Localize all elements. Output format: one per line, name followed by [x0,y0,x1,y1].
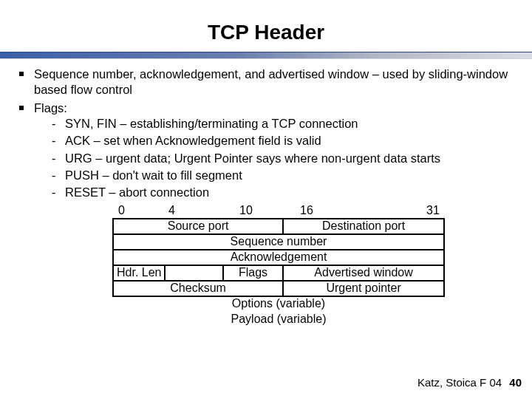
bullet-list: Sequence number, acknowledgement, and ad… [16,66,516,200]
sub-list: SYN, FIN – establishing/terminating a TC… [34,116,516,200]
field-reserved [165,265,222,281]
field-payload: Payload (variable) [113,312,444,327]
field-urgent: Urgent pointer [283,281,444,296]
bullet-text: Flags: [34,101,67,115]
bit-label: 0 [118,203,125,218]
slide-content: Sequence number, acknowledgement, and ad… [0,59,532,327]
field-sequence: Sequence number [113,234,444,250]
field-adv-window: Advertised window [283,265,444,281]
divider [0,52,532,59]
bit-label: 10 [239,203,253,218]
sub-item: SYN, FIN – establishing/terminating a TC… [52,116,516,132]
bit-label: 16 [300,203,313,218]
sub-item: ACK – set when Acknowledgement field is … [52,133,516,149]
bullet-item: Sequence number, acknowledgement, and ad… [16,66,516,98]
footer-credit: Katz, Stoica F 04 [417,376,502,389]
bit-labels: 0 4 10 16 31 [112,203,445,218]
tcp-header-diagram: 0 4 10 16 31 Source port Destination por… [112,203,445,327]
sub-item: URG – urgent data; Urgent Pointer says w… [52,151,516,166]
field-source-port: Source port [113,219,283,234]
bullet-item: Flags: SYN, FIN – establishing/terminati… [16,100,516,200]
field-dest-port: Destination port [283,219,444,234]
bit-label: 4 [168,203,175,218]
bit-label: 31 [426,203,440,218]
slide-title: TCP Header [0,0,532,52]
field-checksum: Checksum [113,281,283,296]
tcp-header-table: Source port Destination port Sequence nu… [112,218,445,327]
sub-item: PUSH – don't wait to fill segment [52,168,516,183]
footer: Katz, Stoica F 04 40 [417,376,522,389]
field-hdrlen: Hdr. Len [113,265,165,281]
sub-item: RESET – abort connection [52,185,516,200]
field-options: Options (variable) [113,296,444,312]
field-ack: Acknowledgement [113,250,444,265]
page-number: 40 [509,376,522,389]
field-flags: Flags [223,265,283,281]
